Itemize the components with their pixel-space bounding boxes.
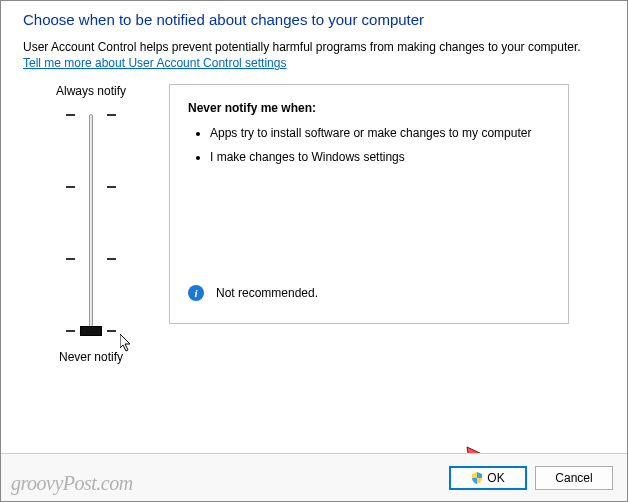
slider-track[interactable]	[66, 110, 116, 340]
ok-button-label: OK	[487, 471, 504, 485]
notification-slider[interactable]: Always notify Never notify	[41, 84, 141, 364]
info-heading: Never notify me when:	[188, 101, 550, 115]
dialog-footer: OK Cancel	[1, 453, 627, 501]
slider-thumb[interactable]	[80, 326, 102, 336]
ok-button[interactable]: OK	[449, 466, 527, 490]
slider-label-top: Always notify	[56, 84, 126, 98]
shield-icon	[471, 472, 483, 484]
info-item: I make changes to Windows settings	[210, 149, 550, 165]
recommend-text: Not recommended.	[216, 286, 318, 300]
cancel-button[interactable]: Cancel	[535, 466, 613, 490]
learn-more-link[interactable]: Tell me more about User Account Control …	[23, 56, 286, 70]
slider-label-bottom: Never notify	[59, 350, 123, 364]
info-icon: i	[188, 285, 204, 301]
description-text: User Account Control helps prevent poten…	[23, 40, 605, 54]
info-panel: Never notify me when: Apps try to instal…	[169, 84, 569, 324]
cancel-button-label: Cancel	[555, 471, 592, 485]
info-item: Apps try to install software or make cha…	[210, 125, 550, 141]
page-title: Choose when to be notified about changes…	[23, 11, 605, 28]
